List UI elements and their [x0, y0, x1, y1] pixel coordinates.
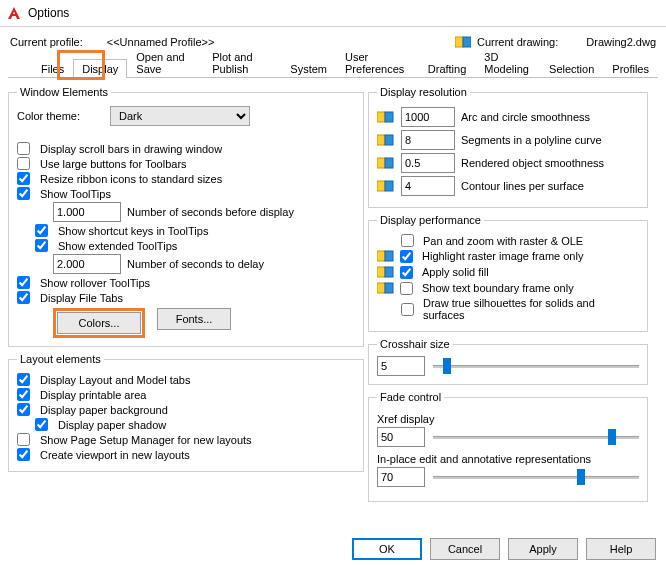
seconds-before-input[interactable] [53, 202, 121, 222]
help-button[interactable]: Help [586, 538, 656, 560]
inplace-edit-input[interactable] [377, 467, 425, 487]
dwg-icon [377, 179, 395, 193]
svg-rect-8 [385, 158, 393, 168]
tab-drafting[interactable]: Drafting [419, 59, 476, 78]
true-silhouettes-checkbox[interactable] [401, 303, 414, 316]
svg-rect-16 [385, 283, 393, 293]
tab-plot-and-publish[interactable]: Plot and Publish [203, 47, 281, 78]
fonts-button[interactable]: Fonts... [157, 308, 231, 330]
tab-system[interactable]: System [281, 59, 336, 78]
color-theme-select[interactable]: Dark [110, 106, 250, 126]
cancel-button[interactable]: Cancel [430, 538, 500, 560]
svg-rect-7 [377, 158, 385, 168]
scroll-bars-checkbox[interactable] [17, 142, 30, 155]
xref-display-label: Xref display [377, 413, 639, 425]
current-profile-label: Current profile: [10, 36, 83, 48]
current-drawing-value: Drawing2.dwg [586, 36, 656, 48]
resize-ribbon-checkbox[interactable] [17, 172, 30, 185]
ok-button[interactable]: OK [352, 538, 422, 560]
svg-rect-5 [377, 135, 385, 145]
tab-profiles[interactable]: Profiles [603, 59, 658, 78]
contour-lines-row: Contour lines per surface [377, 176, 639, 196]
svg-rect-14 [385, 267, 393, 277]
layout-tabs-checkbox[interactable] [17, 373, 30, 386]
file-tabs-label: Display File Tabs [40, 292, 123, 304]
polyline-segments-input[interactable] [401, 130, 455, 150]
pan-zoom-checkbox[interactable] [401, 234, 414, 247]
dialog-footer: OK Cancel Apply Help [352, 538, 656, 560]
dwg-icon [455, 35, 471, 49]
crosshair-input[interactable] [377, 356, 425, 376]
svg-rect-13 [377, 267, 385, 277]
svg-rect-6 [385, 135, 393, 145]
apply-button[interactable]: Apply [508, 538, 578, 560]
fade-control-legend: Fade control [377, 391, 444, 403]
layout-elements-group: Layout elements Display Layout and Model… [8, 353, 364, 472]
contour-lines-input[interactable] [401, 176, 455, 196]
layout-elements-legend: Layout elements [17, 353, 104, 365]
display-performance-legend: Display performance [377, 214, 484, 226]
arc-smoothness-input[interactable] [401, 107, 455, 127]
tab-3d-modeling[interactable]: 3D Modeling [475, 47, 540, 78]
extended-tooltips-checkbox[interactable] [35, 239, 48, 252]
arc-smoothness-row: Arc and circle smoothness [377, 107, 639, 127]
tab-files[interactable]: Files [32, 59, 73, 78]
rollover-tooltips-checkbox[interactable] [17, 276, 30, 289]
crosshair-slider[interactable] [433, 358, 639, 374]
dwg-icon [377, 110, 395, 124]
svg-rect-1 [455, 37, 463, 47]
titlebar: Options [0, 0, 666, 27]
file-tabs-checkbox[interactable] [17, 291, 30, 304]
rendered-smoothness-row: Rendered object smoothness [377, 153, 639, 173]
svg-rect-11 [377, 251, 385, 261]
tab-strip: Files Display Open and Save Plot and Pub… [8, 55, 658, 78]
crosshair-legend: Crosshair size [377, 338, 453, 350]
create-viewport-checkbox[interactable] [17, 448, 30, 461]
scroll-bars-label: Display scroll bars in drawing window [40, 143, 222, 155]
crosshair-group: Crosshair size [368, 338, 648, 385]
tab-selection[interactable]: Selection [540, 59, 603, 78]
dwg-icon [377, 265, 395, 279]
show-tooltips-checkbox[interactable] [17, 187, 30, 200]
app-icon [6, 5, 22, 21]
page-setup-checkbox[interactable] [17, 433, 30, 446]
colors-button[interactable]: Colors... [57, 312, 141, 334]
xref-display-input[interactable] [377, 427, 425, 447]
colors-button-highlight: Colors... [53, 308, 145, 338]
seconds-delay-label: Number of seconds to delay [127, 258, 264, 270]
fade-control-group: Fade control Xref display In-place edit … [368, 391, 648, 502]
shortcut-keys-checkbox[interactable] [35, 224, 48, 237]
extended-tooltips-label: Show extended ToolTips [58, 240, 177, 252]
text-boundary-checkbox[interactable] [400, 282, 413, 295]
svg-rect-12 [385, 251, 393, 261]
solid-fill-checkbox[interactable] [400, 266, 413, 279]
seconds-delay-input[interactable] [53, 254, 121, 274]
tab-user-preferences[interactable]: User Preferences [336, 47, 419, 78]
svg-rect-4 [385, 112, 393, 122]
paper-shadow-checkbox[interactable] [35, 418, 48, 431]
tab-open-and-save[interactable]: Open and Save [127, 47, 203, 78]
dwg-icon [377, 156, 395, 170]
paper-bg-checkbox[interactable] [17, 403, 30, 416]
xref-display-slider[interactable] [433, 429, 639, 445]
tab-display[interactable]: Display [73, 59, 127, 78]
svg-rect-10 [385, 181, 393, 191]
dwg-icon [377, 249, 395, 263]
display-resolution-legend: Display resolution [377, 86, 470, 98]
highlight-raster-checkbox[interactable] [400, 250, 413, 263]
display-performance-group: Display performance Pan and zoom with ra… [368, 214, 648, 332]
printable-area-checkbox[interactable] [17, 388, 30, 401]
svg-rect-15 [377, 283, 385, 293]
resize-ribbon-label: Resize ribbon icons to standard sizes [40, 173, 222, 185]
large-buttons-label: Use large buttons for Toolbars [40, 158, 187, 170]
inplace-edit-slider[interactable] [433, 469, 639, 485]
large-buttons-checkbox[interactable] [17, 157, 30, 170]
seconds-before-label: Number of seconds before display [127, 206, 294, 218]
rendered-smoothness-input[interactable] [401, 153, 455, 173]
dwg-icon [377, 133, 395, 147]
dwg-icon [377, 281, 395, 295]
svg-rect-3 [377, 112, 385, 122]
color-theme-label: Color theme: [17, 110, 80, 122]
window-elements-group: Window Elements Color theme: Dark Displa… [8, 86, 364, 347]
shortcut-keys-label: Show shortcut keys in ToolTips [58, 225, 208, 237]
